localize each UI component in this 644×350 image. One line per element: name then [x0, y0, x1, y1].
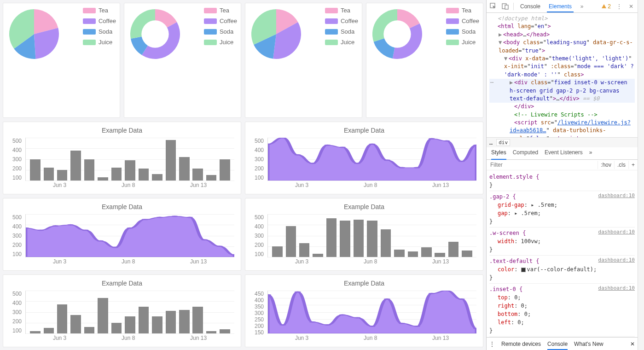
bar: [354, 220, 364, 257]
dom-line[interactable]: <!-- Livewire Scripts -->: [489, 111, 635, 119]
tab-elements[interactable]: Elements: [547, 3, 574, 12]
legend-item[interactable]: Juice: [204, 39, 237, 46]
drawer-tab-console[interactable]: Console: [547, 341, 568, 350]
legend-item[interactable]: Soda: [446, 28, 479, 35]
dom-line[interactable]: <script src="/livewire/livewire.js?id=aa…: [489, 119, 635, 137]
warning-badge[interactable]: 2: [601, 3, 611, 10]
bar: [179, 157, 190, 181]
svg-point-41: [399, 323, 405, 324]
dom-line[interactable]: <!doctype html>: [489, 15, 635, 23]
svg-point-27: [171, 216, 178, 217]
legend-item[interactable]: Soda: [204, 28, 237, 35]
bar: [192, 169, 203, 181]
bar: [98, 177, 108, 181]
bar: [206, 331, 217, 333]
pie-chart-card: TeaCoffeeSodaJuice: [124, 3, 241, 118]
svg-point-11: [399, 167, 405, 169]
bar-chart-card: Example Data500400300200100Jun 3Jun 8Jun…: [3, 122, 241, 194]
styles-pane[interactable]: element.style {}.gap-2 {dashboard:10grid…: [487, 170, 638, 337]
svg-point-6: [324, 145, 331, 146]
dom-line[interactable]: ▼<body class="leading-snug" data-gr-c-s-…: [489, 39, 635, 55]
cls-toggle[interactable]: .cls: [614, 161, 628, 169]
more-subtabs-icon[interactable]: »: [589, 149, 592, 158]
bar-chart-card: Example Data500400300200100Jun 3Jun 8Jun…: [245, 198, 483, 271]
plot-area: [25, 214, 234, 257]
area-chart-card: Example Data500400300200100Jun 3Jun 8Jun…: [3, 198, 241, 271]
drawer-close-icon[interactable]: ✕: [630, 341, 635, 347]
more-tabs-icon[interactable]: »: [578, 3, 586, 10]
hov-toggle[interactable]: :hov: [598, 161, 614, 169]
legend-item[interactable]: Coffee: [83, 18, 116, 24]
svg-point-1: [383, 20, 411, 47]
subtab-listeners[interactable]: Event Listeners: [545, 149, 583, 158]
svg-point-28: [186, 216, 193, 218]
bar: [179, 310, 190, 333]
bar: [435, 253, 445, 257]
chart-title: Example Data: [249, 203, 479, 210]
elements-dom-tree[interactable]: <!doctype html><html lang="en">▶<head>…<…: [487, 13, 638, 137]
bar: [394, 250, 405, 257]
css-rule[interactable]: .text-default {dashboard:10color: var(--…: [489, 256, 635, 284]
css-rule[interactable]: element.style {}: [489, 171, 635, 191]
bar: [125, 160, 135, 181]
dom-line[interactable]: <html lang="en">: [489, 23, 635, 30]
breadcrumb-item[interactable]: …: [489, 140, 493, 146]
dom-line[interactable]: </div>: [489, 103, 635, 111]
legend: TeaCoffeeSodaJuice: [325, 7, 358, 46]
svg-point-8: [354, 163, 360, 164]
legend-item[interactable]: Soda: [83, 28, 116, 35]
drawer-tab-whatsnew[interactable]: What's New: [574, 341, 603, 347]
bar: [125, 316, 135, 333]
bar: [98, 298, 108, 333]
css-rule[interactable]: .gap-2 {dashboard:10grid-gap: ▸ .5rem;ga…: [489, 191, 635, 228]
add-rule-icon[interactable]: +: [628, 161, 638, 169]
css-rule[interactable]: .inset-0 {dashboard:10top: 0;right: 0;bo…: [489, 284, 635, 337]
dom-line[interactable]: ⋯▶<div class="fixed inset-0 w-screen h-s…: [489, 79, 635, 103]
plot-area: [267, 291, 476, 334]
legend-item[interactable]: Tea: [325, 7, 358, 14]
dom-line[interactable]: ▼<div x-data="theme('light', 'light')" x…: [489, 55, 635, 79]
drawer-menu-icon[interactable]: ⋮: [489, 341, 495, 347]
legend-item[interactable]: Tea: [446, 7, 479, 14]
legend-item[interactable]: Juice: [83, 39, 116, 46]
dom-line[interactable]: ▶<head>…</head>: [489, 31, 635, 39]
device-toggle-icon[interactable]: [501, 3, 509, 10]
legend-item[interactable]: Soda: [325, 28, 358, 35]
breadcrumb[interactable]: … div: [487, 137, 638, 147]
drawer-tab-remote[interactable]: Remote devices: [501, 341, 541, 347]
legend: TeaCoffeeSodaJuice: [446, 7, 479, 46]
legend-item[interactable]: Juice: [325, 39, 358, 46]
subtab-computed[interactable]: Computed: [513, 149, 538, 158]
legend-item[interactable]: Tea: [83, 7, 116, 14]
bar: [448, 242, 459, 257]
scroll-bar[interactable]: [638, 0, 644, 350]
svg-point-0: [141, 20, 168, 47]
x-axis: Jun 3Jun 8Jun 13: [267, 258, 476, 267]
bar: [152, 316, 162, 333]
css-rule[interactable]: .fixed {dashboard:10position: fixed;}: [489, 337, 635, 337]
svg-point-7: [339, 146, 346, 148]
legend-item[interactable]: Coffee: [325, 18, 358, 24]
svg-point-9: [369, 143, 375, 145]
svg-point-34: [294, 292, 301, 293]
y-axis: 450400350300250200150: [249, 291, 266, 334]
breadcrumb-item[interactable]: div: [496, 139, 510, 146]
legend-item[interactable]: Juice: [446, 39, 479, 46]
tab-console[interactable]: Console: [518, 3, 542, 10]
legend-item[interactable]: Coffee: [446, 18, 479, 24]
inspect-icon[interactable]: [489, 3, 497, 10]
bar: [44, 168, 54, 181]
bar: [206, 175, 217, 181]
close-icon[interactable]: ✕: [627, 3, 635, 10]
css-rule[interactable]: .w-screen {dashboard:10width: 100vw;}: [489, 228, 635, 256]
svg-point-13: [429, 138, 435, 140]
x-axis: Jun 3Jun 8Jun 13: [25, 182, 234, 190]
legend-item[interactable]: Coffee: [204, 18, 237, 24]
bar: [111, 323, 122, 333]
styles-filter-input[interactable]: [487, 160, 598, 170]
x-axis: Jun 3Jun 8Jun 13: [267, 335, 476, 343]
subtab-styles[interactable]: Styles: [491, 149, 506, 160]
area-chart-card: Example Data450400350300250200150Jun 3Ju…: [245, 274, 483, 347]
kebab-menu-icon[interactable]: ⋮: [615, 3, 623, 10]
legend-item[interactable]: Tea: [204, 7, 237, 14]
